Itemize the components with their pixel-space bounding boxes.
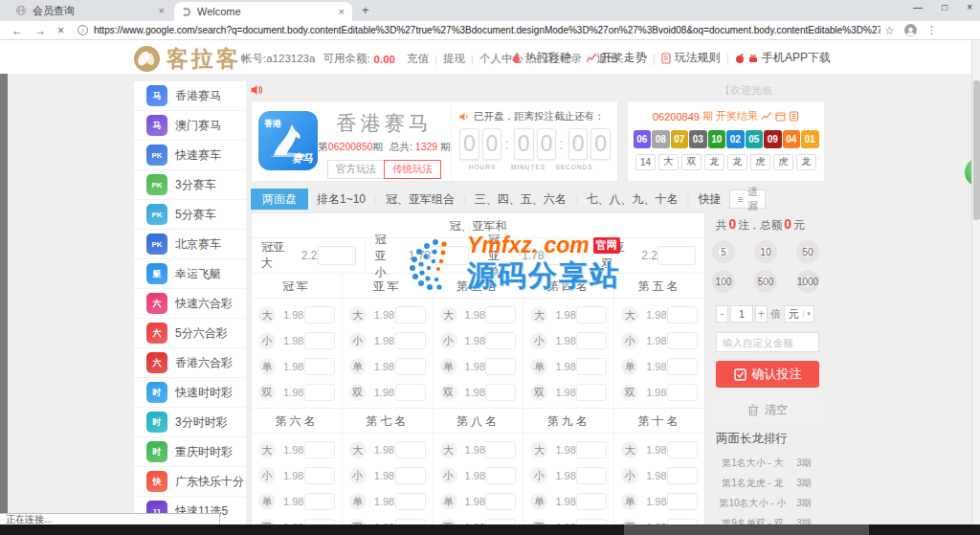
bet-option-label[interactable]: 大 <box>349 306 367 323</box>
bet-amount-input[interactable] <box>395 358 426 375</box>
bet-amount-input[interactable] <box>395 306 426 323</box>
custom-amount-input[interactable] <box>716 332 819 352</box>
close-button[interactable]: × <box>967 2 972 12</box>
bet-amount-input[interactable] <box>485 493 516 510</box>
bet-option-label[interactable]: 单 <box>349 358 367 375</box>
url-input[interactable]: https://www.google.com/search?q=document… <box>94 25 880 35</box>
tab-close-icon[interactable]: × <box>159 5 165 16</box>
bet-amount-input[interactable] <box>485 332 516 349</box>
sidebar-item-11[interactable]: 时快速时时彩 <box>134 378 246 408</box>
bet-amount-input[interactable] <box>485 358 516 375</box>
bet-amount-input[interactable] <box>576 306 607 323</box>
sidebar-item-5[interactable]: PK5分赛车 <box>134 200 246 230</box>
minimize-button[interactable]: — <box>913 2 923 12</box>
bet-option-label[interactable]: 双 <box>258 384 276 401</box>
sidebar-item-2[interactable]: 马澳门赛马 <box>134 111 246 141</box>
bet-option-label[interactable]: 小 <box>440 332 457 349</box>
vertical-scrollbar[interactable] <box>971 40 980 535</box>
bet-option-label[interactable]: 小 <box>349 332 367 349</box>
chip-50[interactable]: 50 <box>796 240 819 263</box>
maximize-button[interactable]: □ <box>942 2 947 12</box>
bet-option-label[interactable]: 大 <box>530 441 547 458</box>
bet-option-label[interactable]: 大 <box>258 306 276 323</box>
sidebar-item-3[interactable]: PK快速赛车 <box>134 141 246 170</box>
bet-option-label[interactable]: 小 <box>440 467 457 484</box>
bet-amount-input[interactable] <box>304 306 335 323</box>
bet-option-label[interactable]: 双 <box>440 384 457 401</box>
play-tab-2[interactable]: 冠、亚军组合 <box>377 189 463 210</box>
bet-option-label[interactable]: 小 <box>530 467 547 484</box>
bet-amount-input[interactable] <box>304 441 335 458</box>
bet-amount-input[interactable] <box>485 467 516 484</box>
horizontal-scrollbar-thumb[interactable] <box>624 524 869 535</box>
traditional-play-button[interactable]: 传统玩法 <box>384 160 441 179</box>
nav-apps-link[interactable]: 手机APP下载 <box>735 50 831 66</box>
bet-option-label[interactable]: 大 <box>258 441 276 458</box>
bet-option-label[interactable]: 小 <box>621 467 638 484</box>
bet-option-label[interactable]: 单 <box>258 493 276 510</box>
bet-amount-input[interactable] <box>304 493 335 510</box>
miss-filter-button[interactable]: ≡遗漏 <box>729 189 765 209</box>
bet-option-label[interactable]: 小 <box>530 332 547 349</box>
bookmark-star-icon[interactable]: ☆ <box>884 24 895 37</box>
list-icon[interactable] <box>789 111 799 122</box>
trend-icon[interactable] <box>761 111 772 122</box>
bet-amount-input[interactable] <box>395 493 426 510</box>
sidebar-item-7[interactable]: 艇幸运飞艇 <box>134 259 246 289</box>
chip-500[interactable]: 500 <box>754 270 777 293</box>
bet-amount-input[interactable] <box>304 467 335 484</box>
chip-5[interactable]: 5 <box>712 240 735 263</box>
bet-option-label[interactable]: 单 <box>530 493 547 510</box>
bet-option-label[interactable]: 单 <box>621 493 638 510</box>
sidebar-item-4[interactable]: PK3分赛车 <box>134 170 246 200</box>
play-tab-5[interactable]: 快捷 <box>689 189 729 210</box>
play-tab-3[interactable]: 三、四、五、六名 <box>466 189 575 210</box>
bet-option-label[interactable]: 单 <box>530 358 547 375</box>
chip-10[interactable]: 10 <box>754 240 777 263</box>
multiplier-plus-button[interactable]: + <box>755 305 768 323</box>
bet-option-label[interactable]: 大 <box>440 306 457 323</box>
confirm-bet-button[interactable]: 确认投注 <box>716 361 819 388</box>
multiplier-minus-button[interactable]: - <box>716 305 728 323</box>
bet-amount-input[interactable] <box>657 246 696 265</box>
bet-option-label[interactable]: 大 <box>621 441 638 458</box>
bet-amount-input[interactable] <box>485 306 516 323</box>
calendar-icon[interactable] <box>775 111 786 122</box>
clear-button[interactable]: 清空 <box>716 397 819 422</box>
bet-amount-input[interactable] <box>667 441 698 458</box>
play-tab-1[interactable]: 排名1~10 <box>308 189 374 210</box>
browser-menu-icon[interactable]: ⋮ <box>926 24 937 36</box>
sidebar-item-10[interactable]: 六香港六合彩 <box>134 348 246 378</box>
bet-amount-input[interactable] <box>395 384 426 401</box>
bet-amount-input[interactable] <box>667 306 698 323</box>
browser-tab-member-query[interactable]: 会员查询 × <box>8 0 172 21</box>
bet-option-label[interactable]: 双 <box>349 384 367 401</box>
account-link-0[interactable]: 充值 <box>407 52 429 66</box>
bet-option-label[interactable]: 小 <box>258 467 276 484</box>
bet-amount-input[interactable] <box>318 246 356 265</box>
bet-option-label[interactable]: 大 <box>621 306 638 323</box>
play-tab-4[interactable]: 七、八、九、十名 <box>578 189 687 210</box>
stop-icon[interactable]: × <box>57 24 64 37</box>
nav-hot-link[interactable]: 热门彩种 <box>511 50 571 66</box>
unit-select[interactable]: 元 ▾ <box>784 305 814 323</box>
sidebar-item-13[interactable]: 时重庆时时彩 <box>134 437 246 467</box>
new-tab-button[interactable]: + <box>362 3 369 17</box>
bet-amount-input[interactable] <box>395 441 426 458</box>
profile-avatar[interactable] <box>904 24 917 36</box>
bet-amount-input[interactable] <box>667 467 698 484</box>
bet-option-label[interactable]: 双 <box>621 384 638 401</box>
bet-amount-input[interactable] <box>395 467 426 484</box>
back-icon[interactable]: ← <box>11 24 23 37</box>
account-link-1[interactable]: 提现 <box>443 52 465 66</box>
site-logo[interactable]: 客拉客 <box>134 44 241 74</box>
bet-amount-input[interactable] <box>485 384 516 401</box>
nav-trend-link[interactable]: 开奖走势 <box>586 50 647 66</box>
bet-option-label[interactable]: 单 <box>440 493 457 510</box>
bet-amount-input[interactable] <box>576 384 607 401</box>
browser-tab-welcome[interactable]: Welcome × <box>174 2 352 21</box>
bet-amount-input[interactable] <box>545 246 583 265</box>
bet-option-label[interactable]: 小 <box>349 467 367 484</box>
bet-option-label[interactable]: 单 <box>258 358 276 375</box>
multiplier-value[interactable]: 1 <box>730 305 753 323</box>
